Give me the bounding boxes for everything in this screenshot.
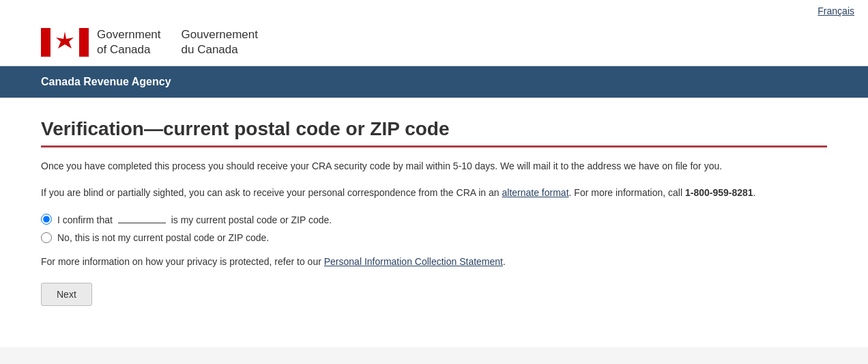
nav-bar: Canada Revenue Agency xyxy=(0,66,868,98)
phone-number: 1-800-959-8281 xyxy=(685,187,753,198)
radio-group: I confirm that is my current postal code… xyxy=(41,214,827,243)
blind-sighted-text: If you are blind or partially sighted, y… xyxy=(41,185,827,200)
logo-container: Government of Canada Gouvernement du Can… xyxy=(41,27,258,57)
maple-leaf-flag xyxy=(41,28,89,57)
blind-text-before: If you are blind or partially sighted, y… xyxy=(41,187,502,198)
radio-confirm-option: I confirm that is my current postal code… xyxy=(41,214,827,225)
top-bar: Français xyxy=(0,0,868,19)
privacy-text-before: For more information on how your privacy… xyxy=(41,256,324,267)
next-button[interactable]: Next xyxy=(41,283,92,306)
page-title: Verification—current postal code or ZIP … xyxy=(41,118,827,148)
main-content: Verification—current postal code or ZIP … xyxy=(0,98,868,347)
radio-deny-option: No, this is not my current postal code o… xyxy=(41,232,827,243)
gov-french: Gouvernement du Canada xyxy=(182,27,258,57)
radio-confirm-label[interactable]: I confirm that is my current postal code… xyxy=(57,214,332,225)
radio-deny-input[interactable] xyxy=(41,232,52,243)
description-text: Once you have completed this process you… xyxy=(41,158,827,173)
svg-rect-2 xyxy=(79,28,89,57)
radio-deny-label[interactable]: No, this is not my current postal code o… xyxy=(57,232,269,243)
alternate-format-link[interactable]: alternate format xyxy=(502,187,568,198)
radio-confirm-input[interactable] xyxy=(41,214,52,225)
privacy-text-after: . xyxy=(503,256,506,267)
header: Government of Canada Gouvernement du Can… xyxy=(0,19,868,66)
agency-name: Canada Revenue Agency xyxy=(41,76,171,87)
gov-english: Government of Canada xyxy=(97,27,161,57)
svg-rect-0 xyxy=(41,28,50,57)
personal-information-link[interactable]: Personal Information Collection Statemen… xyxy=(324,256,503,267)
postal-code-blank xyxy=(118,214,166,223)
blind-text-after: . For more information, call xyxy=(569,187,685,198)
french-language-toggle[interactable]: Français xyxy=(818,5,854,16)
blind-text-end: . xyxy=(753,187,756,198)
gov-text: Government of Canada Gouvernement du Can… xyxy=(97,27,258,57)
privacy-text: For more information on how your privacy… xyxy=(41,254,827,269)
